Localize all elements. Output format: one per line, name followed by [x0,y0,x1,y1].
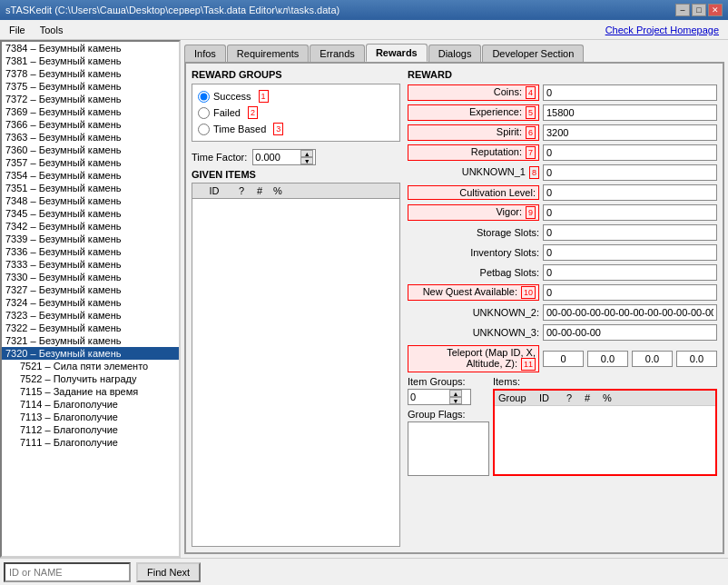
tab-dialogs[interactable]: Dialogs [428,45,482,62]
reward-field-label: Spirit:6 [408,124,539,141]
reward-field-input[interactable] [543,284,717,301]
reward-row: Spirit:6 [408,124,717,142]
file-list-item[interactable]: 7115 – Задание на время [2,385,179,398]
file-list-item[interactable]: 7378 – Безумный камень [2,67,179,80]
reward-field-input[interactable] [543,224,717,241]
file-list-item[interactable]: 7366 – Безумный камень [2,118,179,131]
file-list-item[interactable]: 7384 – Безумный камень [2,42,179,55]
file-list-item[interactable]: 7372 – Безумный камень [2,93,179,105]
reward-field-input[interactable] [543,104,717,121]
reward-field-input[interactable] [543,324,717,341]
reward-field-input[interactable] [543,124,717,141]
time-factor-up[interactable]: ▲ [300,150,313,157]
file-list-item[interactable]: 7330 – Безумный камень [2,271,179,283]
tab-bar: InfosRequirementsErrandsRewardsDialogsDe… [184,44,724,62]
radio-failed[interactable]: Failed2 [198,106,394,119]
item-groups-down[interactable]: ▼ [449,397,462,404]
file-list-item[interactable]: 7363 – Безумный камень [2,131,179,144]
teleport-label: Teleport (Map ID, X, Altitude, Z):11 [408,345,539,372]
given-items-header: ID?#% [192,183,399,199]
time-factor-arrows[interactable]: ▲ ▼ [300,150,313,164]
bottom-bar: Find Next [0,558,728,585]
reward-field-input[interactable] [543,244,717,261]
file-list-item[interactable]: 7357 – Безумный камень [2,156,179,169]
file-list-item[interactable]: 7324 – Безумный камень [2,296,179,309]
teleport-coord-input[interactable] [632,351,673,367]
file-list-item[interactable]: 7375 – Безумный камень [2,80,179,93]
tab-rewards[interactable]: Rewards [366,44,428,62]
teleport-section: Teleport (Map ID, X, Altitude, Z):11 [408,345,717,372]
file-list-item[interactable]: 7354 – Безумный камень [2,169,179,182]
file-list-item[interactable]: 7112 – Благополучие [2,423,179,436]
file-list-item[interactable]: 7111 – Благополучие [2,436,179,449]
file-list-item[interactable]: 7323 – Безумный камень [2,309,179,322]
reward-section: REWARD Coins:4Experience:5Spirit:6Reputa… [408,69,717,547]
file-list-item[interactable]: 7339 – Безумный камень [2,233,179,245]
time-factor-spinbox[interactable]: 0.000 ▲ ▼ [252,149,316,165]
file-list-item[interactable]: 7522 – Получить награду [2,372,179,385]
minimize-button[interactable]: – [675,4,690,16]
reward-groups-box: Success1Failed2Time Based3 [192,84,400,142]
radio-success[interactable]: Success1 [198,90,394,103]
file-list-panel[interactable]: 7384 – Безумный камень7381 – Безумный ка… [0,40,181,558]
title-bar: sTASKedit (C:\Users\Саша\Desktop\сервер\… [0,0,728,20]
item-groups-spinbox[interactable]: ▲ ▼ [408,389,471,405]
close-button[interactable]: ✕ [708,4,723,16]
reward-field-input[interactable] [543,164,717,181]
time-factor-down[interactable]: ▼ [300,157,313,164]
tab-infos[interactable]: Infos [184,45,226,62]
file-list-item[interactable]: 7381 – Безумный камень [2,55,179,67]
id-or-name-input[interactable] [4,562,131,582]
reward-row: UNKNOWN_3: [408,323,717,342]
reward-field-label: Coins:4 [408,84,539,101]
file-list-item[interactable]: 7351 – Безумный камень [2,182,179,194]
reward-field-input[interactable] [543,304,717,321]
check-homepage-link[interactable]: Check Project Homepage [605,25,724,35]
file-list-item[interactable]: 7114 – Благополучие [2,398,179,411]
tab-requirements[interactable]: Requirements [227,45,309,62]
tab-errands[interactable]: Errands [310,45,365,62]
reward-field-input[interactable] [543,264,717,281]
reward-field-label: UNKNOWN_2: [408,307,539,318]
teleport-coord-input[interactable] [676,351,717,367]
file-list-item[interactable]: 7321 – Безумный камень [2,334,179,347]
tab-content: REWARD GROUPS Success1Failed2Time Based3… [184,62,724,554]
reward-field-input[interactable] [543,84,717,101]
reward-field-input[interactable] [543,204,717,221]
file-list-item[interactable]: 7369 – Безумный камень [2,105,179,118]
items-label: Items: [493,376,717,387]
maximize-button[interactable]: □ [692,4,706,16]
file-list-item[interactable]: 7348 – Безумный камень [2,194,179,207]
item-groups-up[interactable]: ▲ [449,390,462,397]
file-list-item[interactable]: 7345 – Безумный камень [2,207,179,220]
file-menu[interactable]: File [4,23,31,37]
reward-field-label: New Quest Available:10 [408,284,539,301]
time-factor-label: Time Factor: [192,152,247,163]
file-list-item[interactable]: 7336 – Безумный камень [2,245,179,258]
reward-field-label: Experience:5 [408,104,539,121]
tab-developer-section[interactable]: Developer Section [482,45,584,62]
reward-field-label: Petbag Slots: [408,267,539,278]
menu-items: File Tools [4,23,68,37]
file-list-item[interactable]: 7113 – Благополучие [2,411,179,423]
file-list-item[interactable]: 7320 – Безумный камень [2,347,179,360]
tools-menu[interactable]: Tools [34,23,69,37]
item-groups-input[interactable] [408,392,449,402]
items-col: Items: GroupID?#% [493,376,717,476]
item-groups-arrows[interactable]: ▲ ▼ [449,390,462,404]
teleport-coord-input[interactable] [543,351,584,367]
file-list-item[interactable]: 7322 – Безумный камень [2,322,179,334]
file-list-item[interactable]: 7342 – Безумный камень [2,220,179,233]
file-list-item[interactable]: 7360 – Безумный камень [2,144,179,156]
teleport-coord-input[interactable] [587,351,628,367]
reward-fields: Coins:4Experience:5Spirit:6Reputation:7U… [408,84,717,342]
find-next-button[interactable]: Find Next [136,562,201,582]
file-list-item[interactable]: 7327 – Безумный камень [2,283,179,296]
reward-field-input[interactable] [543,144,717,161]
file-list-item[interactable]: 7521 – Сила пяти элементо [2,360,179,372]
radio-time-based[interactable]: Time Based3 [198,123,394,135]
reward-groups-section: REWARD GROUPS Success1Failed2Time Based3… [192,69,400,547]
reward-field-input[interactable] [543,184,717,201]
time-factor-value: 0.000 [255,152,280,163]
file-list-item[interactable]: 7333 – Безумный камень [2,258,179,271]
